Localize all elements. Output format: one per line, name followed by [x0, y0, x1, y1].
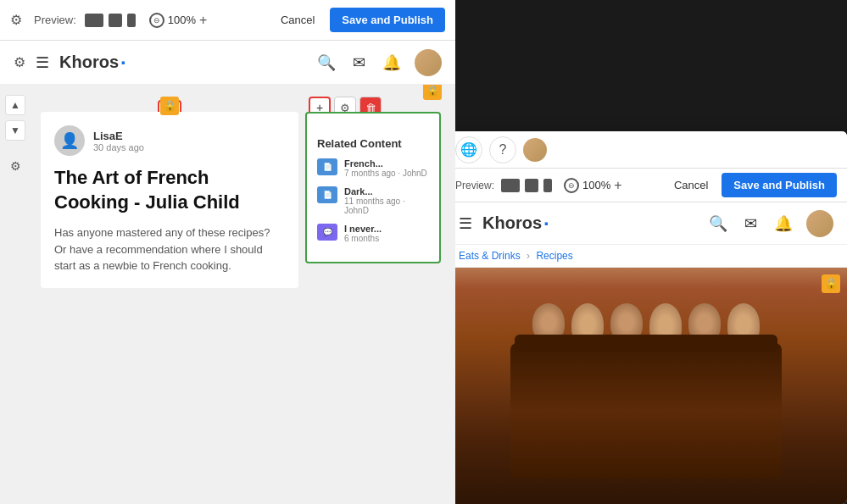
preview-icons: [85, 14, 136, 27]
preview-label: Preview:: [34, 14, 76, 26]
lock-badge-right: 🔒: [423, 85, 442, 100]
back-mail-icon[interactable]: ✉: [744, 214, 757, 233]
related-item-text-1: French... 7 months ago · JohnD: [344, 158, 427, 178]
post-body: Has anyone mastered any of these recipes…: [54, 224, 285, 274]
khoros-logo: Khoros·: [59, 53, 126, 73]
back-khoros-text: Khoros: [482, 213, 542, 233]
save-publish-button[interactable]: Save and Publish: [330, 8, 445, 32]
zoom-value: 100%: [168, 14, 196, 26]
mobile-preview-icon[interactable]: [127, 14, 136, 27]
related-card-wrapper: + ⚙ 🗑 🔒 Related Content 📄: [305, 112, 445, 494]
related-item-text-2: Dark... 11 months ago · JohnD: [344, 186, 429, 215]
cake-top: [515, 335, 777, 352]
back-avatar-circle[interactable]: [806, 210, 833, 237]
zoom-plus-icon[interactable]: +: [199, 13, 207, 28]
back-save-publish-button[interactable]: Save and Publish: [722, 173, 837, 197]
author-info: LisaE 30 days ago: [93, 130, 144, 152]
item-title-1: French...: [344, 158, 427, 169]
sidebar-gear-icon[interactable]: ⚙: [5, 156, 25, 176]
related-item-icon-2: 📄: [317, 186, 337, 203]
lock-icon-back: 🔒: [822, 274, 840, 293]
back-nav-icons: 🌐 ?: [455, 136, 547, 163]
back-nav-bar: ☰ Khoros· 🔍 ✉ 🔔: [445, 202, 847, 245]
back-hamburger-icon[interactable]: ☰: [459, 214, 472, 233]
related-item-2: 📄 Dark... 11 months ago · JohnD: [317, 186, 429, 215]
breadcrumb: Eats & Drinks › Recipes: [445, 245, 847, 268]
back-panel: 🌐 ? Preview: ⊖ 100% + Cancel Save and Pu…: [445, 131, 847, 504]
cancel-button[interactable]: Cancel: [274, 10, 321, 30]
khoros-dot: ·: [120, 53, 126, 73]
front-panel: ⚙ ☰ Khoros· 🔍 ✉ 🔔 ▲ ▼ ⚙ 🔒: [0, 41, 455, 504]
sidebar-arrow-up[interactable]: ▲: [5, 95, 25, 115]
gear-icon[interactable]: ⚙: [10, 12, 22, 28]
back-avatar[interactable]: [523, 138, 547, 162]
desktop-preview-icon[interactable]: [85, 14, 103, 27]
post-card-wrapper: 🔒 + 👤 LisaE 30 days ago The Art of Frenc…: [41, 112, 298, 494]
related-item: 📄 French... 7 months ago · JohnD: [317, 158, 429, 178]
related-card-title: Related Content: [317, 137, 429, 150]
content-area: 🔒 + 👤 LisaE 30 days ago The Art of Frenc…: [31, 85, 455, 504]
back-bell-icon[interactable]: 🔔: [774, 214, 793, 233]
item-meta-3: 6 months: [344, 234, 382, 243]
back-khoros-logo: Khoros·: [482, 213, 549, 234]
author-avatar: 👤: [54, 125, 85, 156]
back-preview-label: Preview:: [455, 180, 494, 191]
zoom-icon: ⊖: [149, 13, 164, 28]
sidebar-arrow-down[interactable]: ▼: [5, 120, 25, 141]
back-preview-toolbar: Preview: ⊖ 100% + Cancel Save and Publis…: [445, 169, 847, 202]
help-button[interactable]: ?: [489, 136, 516, 163]
avatar[interactable]: [415, 49, 442, 76]
back-zoom-plus[interactable]: +: [614, 178, 621, 193]
lock-icon-right: 🔒: [423, 85, 442, 100]
back-preview-icons: [501, 179, 552, 192]
back-content: 🔒 ▲ ▼: [445, 268, 847, 504]
hamburger-icon[interactable]: ☰: [36, 53, 49, 72]
back-zoom-value: 100%: [582, 179, 610, 191]
post-card: 👤 LisaE 30 days ago The Art of French Co…: [41, 112, 298, 288]
back-cancel-button[interactable]: Cancel: [667, 175, 715, 195]
back-zoom-icon: ⊖: [564, 178, 579, 193]
lock-badge-back: 🔒: [822, 274, 840, 293]
lock-badge-left: 🔒: [160, 97, 179, 115]
nav-gear-icon[interactable]: ⚙: [14, 54, 25, 70]
editor-area: ▲ ▼ ⚙ 🔒 + 👤 LisaE 30 days a: [0, 85, 455, 504]
avatar-image: [415, 49, 442, 76]
related-item-text-3: I never... 6 months: [344, 224, 382, 243]
item-meta-2: 11 months ago · JohnD: [344, 197, 429, 215]
bell-icon[interactable]: 🔔: [382, 53, 401, 72]
item-meta-1: 7 months ago · JohnD: [344, 169, 427, 178]
back-mobile-preview[interactable]: [543, 179, 552, 192]
zoom-area: ⊖ 100% +: [149, 13, 208, 28]
mail-icon[interactable]: ✉: [353, 53, 365, 72]
author-name: LisaE: [93, 130, 144, 142]
post-author: 👤 LisaE 30 days ago: [54, 125, 285, 156]
khoros-text: Khoros: [59, 53, 119, 72]
back-avatar-img: [806, 210, 833, 237]
left-sidebar: ▲ ▼ ⚙: [0, 85, 31, 504]
globe-button[interactable]: 🌐: [455, 136, 482, 163]
back-search-icon[interactable]: 🔍: [709, 214, 727, 233]
breadcrumb-link-2[interactable]: Recipes: [536, 250, 572, 262]
author-time: 30 days ago: [93, 142, 144, 152]
breadcrumb-link-1[interactable]: Eats & Drinks: [459, 250, 521, 262]
related-item-icon-3: 💬: [317, 224, 337, 241]
cake-image: [445, 268, 847, 504]
search-icon[interactable]: 🔍: [317, 53, 336, 72]
item-title-3: I never...: [344, 224, 382, 234]
lock-icon-left: 🔒: [160, 97, 179, 115]
item-title-2: Dark...: [344, 186, 429, 197]
back-desktop-preview[interactable]: [501, 179, 520, 192]
post-title: The Art of French Cooking - Julia Child: [54, 166, 285, 214]
cake-base: [510, 343, 782, 479]
back-zoom-area: ⊖ 100% +: [564, 178, 622, 193]
related-card: Related Content 📄 French... 7 months ago…: [305, 112, 441, 263]
nav-bar: ⚙ ☰ Khoros· 🔍 ✉ 🔔: [0, 41, 455, 85]
related-item-3: 💬 I never... 6 months: [317, 224, 429, 243]
tablet-preview-icon[interactable]: [109, 14, 122, 27]
related-item-icon-1: 📄: [317, 158, 337, 175]
back-toolbar: 🌐 ?: [445, 131, 847, 169]
back-tablet-preview[interactable]: [525, 179, 538, 192]
top-toolbar-front: ⚙ Preview: ⊖ 100% + Cancel Save and Publ…: [0, 0, 455, 41]
